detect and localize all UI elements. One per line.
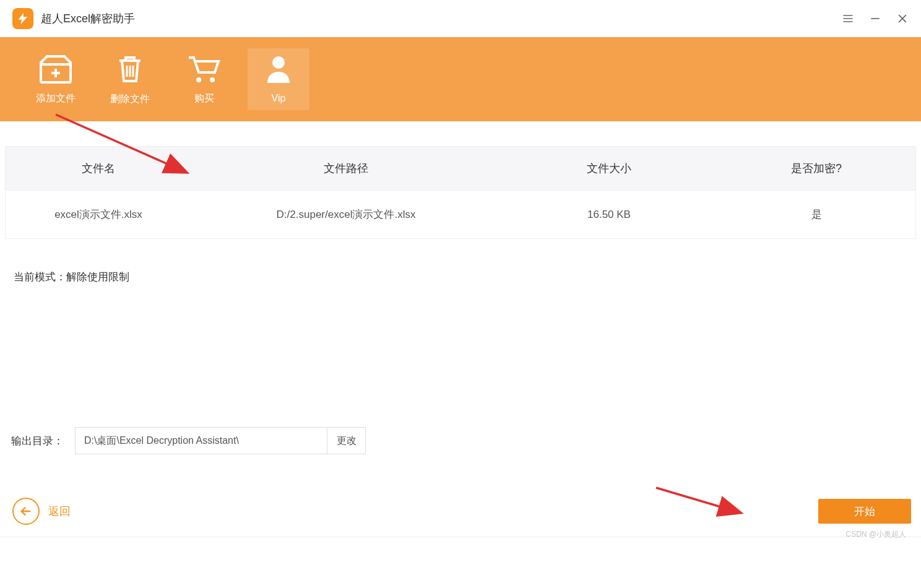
titlebar: 超人Excel解密助手 (0, 0, 921, 37)
delete-file-label: 删除文件 (110, 93, 150, 106)
svg-point-1 (210, 77, 215, 82)
output-directory: 输出目录： D:\桌面\Excel Decryption Assistant\ … (11, 427, 366, 454)
window-controls (842, 12, 909, 25)
output-dir-label: 输出目录： (11, 434, 64, 448)
footer-divider (0, 537, 921, 537)
add-file-icon (38, 54, 73, 84)
add-file-button[interactable]: 添加文件 (25, 48, 87, 110)
buy-label: 购买 (194, 92, 214, 105)
th-size: 文件大小 (501, 147, 717, 190)
svg-point-2 (272, 56, 285, 69)
close-button[interactable] (896, 12, 909, 25)
watermark: CSDN @小奥超人 (845, 529, 906, 540)
annotation-arrow-2 (653, 483, 746, 520)
vip-label: Vip (272, 93, 286, 104)
cell-encrypted: 是 (717, 191, 915, 238)
close-icon (896, 12, 909, 25)
back-button[interactable]: 返回 (12, 498, 71, 525)
minimize-icon (869, 12, 881, 25)
cell-path: D:/2.super/excel演示文件.xlsx (191, 191, 501, 238)
file-table: 文件名 文件路径 文件大小 是否加密? excel演示文件.xlsx D:/2.… (5, 146, 916, 239)
delete-file-button[interactable]: 删除文件 (99, 48, 161, 110)
th-name: 文件名 (6, 147, 191, 190)
table-header: 文件名 文件路径 文件大小 是否加密? (6, 147, 915, 190)
cell-name: excel演示文件.xlsx (6, 191, 191, 238)
th-path: 文件路径 (191, 147, 501, 190)
content: 文件名 文件路径 文件大小 是否加密? excel演示文件.xlsx D:/2.… (0, 121, 921, 284)
mode-label: 当前模式： (14, 271, 66, 283)
lightning-icon (16, 12, 30, 25)
vip-button[interactable]: Vip (248, 48, 309, 110)
toolbar: 添加文件 删除文件 购买 Vip (0, 37, 921, 121)
app-title: 超人Excel解密助手 (41, 11, 135, 26)
minimize-button[interactable] (869, 12, 881, 25)
cart-icon (188, 54, 221, 84)
th-encrypted: 是否加密? (717, 147, 915, 190)
svg-line-4 (656, 488, 740, 512)
menu-button[interactable] (842, 12, 854, 25)
mode-value: 解除使用限制 (66, 271, 129, 283)
trash-icon (115, 53, 145, 84)
arrow-left-icon (19, 504, 33, 518)
start-button[interactable]: 开始 (818, 499, 911, 524)
add-file-label: 添加文件 (36, 92, 76, 105)
mode-line: 当前模式：解除使用限制 (5, 270, 916, 284)
titlebar-left: 超人Excel解密助手 (12, 8, 135, 29)
buy-button[interactable]: 购买 (173, 48, 235, 110)
hamburger-icon (842, 12, 854, 25)
table-row[interactable]: excel演示文件.xlsx D:/2.super/excel演示文件.xlsx… (6, 190, 915, 238)
user-icon (265, 54, 292, 84)
back-circle (12, 498, 40, 525)
back-label: 返回 (48, 504, 71, 519)
change-output-button[interactable]: 更改 (327, 427, 366, 454)
app-logo (12, 8, 33, 29)
svg-point-0 (196, 77, 201, 82)
cell-size: 16.50 KB (501, 191, 717, 238)
output-dir-path[interactable]: D:\桌面\Excel Decryption Assistant\ (75, 427, 327, 454)
